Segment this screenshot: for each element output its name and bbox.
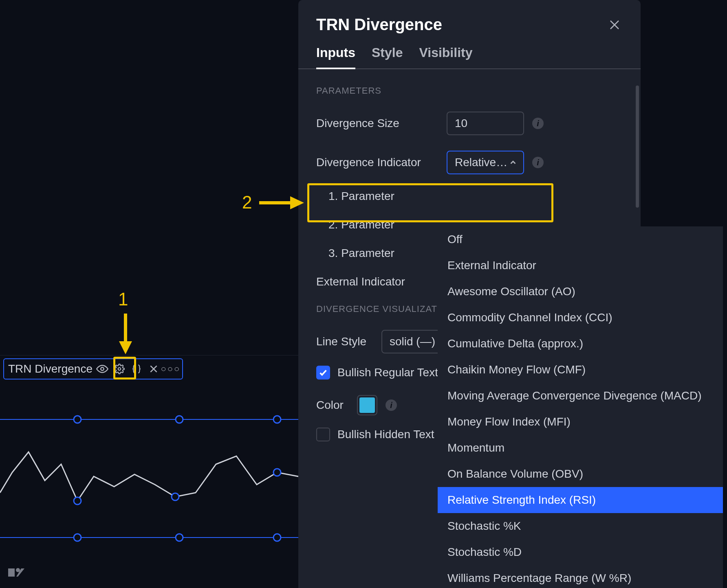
- dropdown-item[interactable]: Stochastic %D: [438, 539, 723, 565]
- dropdown-item[interactable]: On Balance Volume (OBV): [438, 461, 723, 487]
- label-color: Color: [316, 399, 349, 412]
- close-icon[interactable]: [146, 362, 161, 376]
- section-parameters: PARAMETERS: [316, 86, 623, 96]
- label-divergence-size: Divergence Size: [316, 117, 438, 130]
- scrollbar[interactable]: [636, 86, 639, 208]
- dialog-header: TRN Divergence: [298, 0, 641, 45]
- row-divergence-indicator: Divergence Indicator Relative… i: [316, 151, 623, 174]
- gear-icon[interactable]: [112, 362, 127, 376]
- svg-point-14: [101, 367, 104, 371]
- color-picker[interactable]: [357, 395, 377, 415]
- tab-style[interactable]: Style: [372, 45, 403, 68]
- dropdown-item[interactable]: Williams Percentage Range (W %R): [438, 565, 723, 588]
- more-icon[interactable]: ○○○: [163, 362, 178, 376]
- dropdown-item[interactable]: Chaikin Money Flow (CMF): [438, 357, 723, 383]
- label-param1: 1. Parameter: [316, 190, 438, 203]
- info-icon[interactable]: i: [386, 399, 397, 411]
- svg-point-10: [273, 534, 281, 541]
- dropdown-item[interactable]: Moving Average Convergence Divegence (MA…: [438, 383, 723, 409]
- svg-point-6: [273, 469, 281, 476]
- input-divergence-size[interactable]: [447, 112, 524, 135]
- label-divergence-indicator: Divergence Indicator: [316, 156, 438, 169]
- row-divergence-size: Divergence Size i: [316, 112, 623, 135]
- svg-rect-11: [8, 568, 15, 577]
- indicator-legend[interactable]: TRN Divergence ○○○: [3, 358, 183, 380]
- chart-panel: [0, 0, 298, 588]
- dialog-close-button[interactable]: [606, 17, 623, 33]
- dropdown-item[interactable]: Awesome Oscillator (AO): [438, 279, 723, 305]
- select-value: Relative…: [455, 156, 507, 169]
- indicator-lower-line: [0, 529, 298, 546]
- label-external-indicator: External Indicator: [316, 275, 438, 288]
- dropdown-item[interactable]: Stochastic %K: [438, 513, 723, 539]
- callout-label-1: 1: [118, 289, 128, 309]
- label-param3: 3. Parameter: [316, 247, 438, 260]
- tab-inputs[interactable]: Inputs: [316, 45, 355, 69]
- row-param1: 1. Parameter: [316, 190, 623, 203]
- info-icon[interactable]: i: [532, 157, 544, 168]
- callout-label-2: 2: [242, 192, 252, 213]
- dialog-tabs: Inputs Style Visibility: [298, 45, 641, 69]
- dropdown-item[interactable]: Commodity Channel Index (CCI): [438, 305, 723, 331]
- select-value: solid (—): [390, 335, 435, 348]
- dropdown-item[interactable]: Cumulative Delta (approx.): [438, 331, 723, 357]
- dropdown-item[interactable]: External Indicator: [438, 252, 723, 279]
- arrow-icon: [117, 314, 134, 354]
- panel-divider: [0, 355, 298, 355]
- indicator-oscillator-line: [0, 432, 298, 513]
- svg-point-8: [74, 534, 81, 541]
- indicator-upper-line: [0, 411, 298, 428]
- dropdown-item[interactable]: Money Flow Index (MFI): [438, 409, 723, 435]
- tab-visibility[interactable]: Visibility: [419, 45, 472, 68]
- label-bullish-hidden: Bullish Hidden Text: [337, 428, 434, 441]
- svg-point-3: [273, 416, 281, 423]
- dropdown-menu: Off External Indicator Awesome Oscillato…: [438, 226, 723, 588]
- dialog-title: TRN Divergence: [316, 15, 442, 34]
- dropdown-item[interactable]: Off: [438, 226, 723, 252]
- chevron-up-icon: [509, 158, 518, 167]
- svg-point-2: [176, 416, 183, 423]
- svg-point-15: [118, 368, 121, 371]
- dropdown-item-selected[interactable]: Relative Strength Index (RSI): [438, 487, 723, 513]
- svg-point-1: [74, 416, 81, 423]
- tradingview-logo: [8, 564, 24, 580]
- source-code-icon[interactable]: [129, 362, 144, 376]
- label-line-style: Line Style: [316, 335, 373, 348]
- svg-point-9: [176, 534, 183, 541]
- color-swatch: [359, 397, 375, 413]
- info-icon[interactable]: i: [532, 118, 544, 129]
- checkbox-bullish-regular[interactable]: [316, 366, 330, 380]
- visibility-icon[interactable]: [95, 362, 110, 376]
- arrow-icon: [259, 195, 304, 211]
- svg-marker-23: [290, 196, 304, 209]
- svg-marker-19: [119, 341, 132, 354]
- svg-point-4: [74, 497, 81, 505]
- label-param2: 2. Parameter: [316, 218, 438, 231]
- dropdown-item[interactable]: Momentum: [438, 435, 723, 461]
- indicator-legend-title: TRN Divergence: [8, 362, 93, 375]
- svg-point-5: [172, 493, 179, 500]
- label-bullish-regular: Bullish Regular Text: [337, 366, 438, 379]
- select-divergence-indicator[interactable]: Relative…: [447, 151, 524, 174]
- checkbox-bullish-hidden[interactable]: [316, 428, 330, 441]
